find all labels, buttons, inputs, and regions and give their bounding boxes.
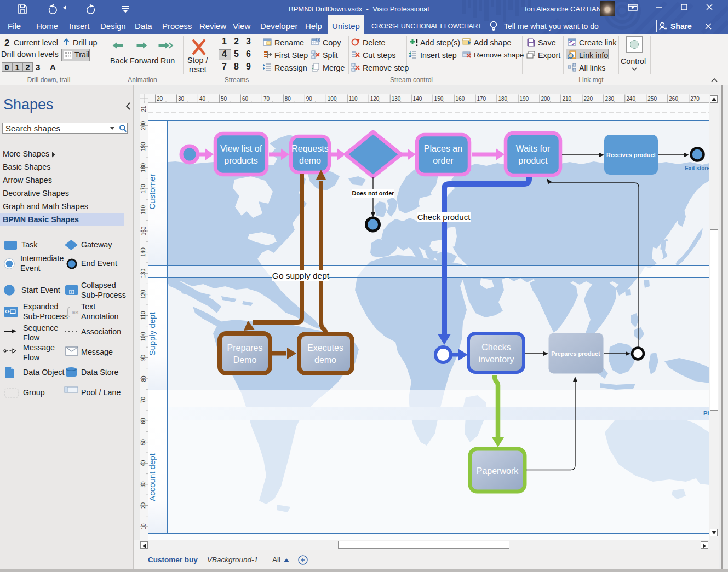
- svg-text:180: 180: [498, 96, 508, 102]
- svg-text:Prepares product: Prepares product: [551, 350, 600, 357]
- svg-text:200: 200: [141, 120, 147, 130]
- svg-text:110: 110: [141, 311, 147, 320]
- svg-text:Go supply dept: Go supply dept: [272, 271, 330, 280]
- svg-text:Check product: Check product: [417, 212, 471, 222]
- svg-text:Prepares: Prepares: [227, 343, 263, 353]
- svg-text:140: 140: [141, 247, 147, 257]
- svg-text:60: 60: [242, 96, 249, 102]
- svg-text:190: 190: [520, 96, 529, 102]
- svg-text:20: 20: [157, 96, 163, 102]
- svg-text:21: 21: [141, 106, 147, 112]
- svg-text:210: 210: [562, 96, 571, 102]
- svg-text:Customer: Customer: [147, 174, 157, 209]
- svg-text:190: 190: [141, 142, 147, 151]
- svg-text:90: 90: [141, 354, 147, 361]
- svg-text:Requests: Requests: [291, 144, 329, 153]
- svg-text:50: 50: [141, 439, 147, 446]
- svg-text:Receives product: Receives product: [606, 152, 656, 158]
- svg-text:130: 130: [392, 96, 401, 102]
- svg-text:products: products: [224, 156, 257, 165]
- svg-text:230: 230: [605, 96, 614, 102]
- svg-text:60: 60: [141, 418, 147, 424]
- svg-text:product: product: [518, 156, 548, 165]
- svg-text:70: 70: [263, 96, 270, 102]
- svg-text:170: 170: [141, 184, 147, 193]
- svg-text:150: 150: [141, 226, 147, 235]
- svg-text:80: 80: [141, 375, 147, 382]
- svg-text:130: 130: [141, 268, 147, 278]
- svg-text:40: 40: [141, 460, 147, 466]
- svg-text:70: 70: [141, 397, 147, 403]
- svg-text:Places an: Places an: [424, 144, 462, 153]
- svg-text:100: 100: [141, 332, 147, 341]
- svg-text:180: 180: [141, 163, 147, 172]
- svg-text:10: 10: [141, 523, 147, 530]
- svg-text:160: 160: [456, 96, 465, 102]
- svg-text:150: 150: [434, 96, 444, 102]
- svg-text:inventory: inventory: [479, 355, 514, 364]
- svg-text:Checks: Checks: [481, 343, 511, 352]
- svg-text:200: 200: [541, 96, 551, 102]
- svg-text:120: 120: [370, 96, 380, 102]
- svg-text:90: 90: [306, 96, 313, 102]
- svg-text:250: 250: [647, 96, 657, 102]
- svg-text:100: 100: [328, 96, 337, 102]
- svg-text:Waits for: Waits for: [516, 144, 551, 153]
- svg-text:30: 30: [141, 481, 147, 488]
- svg-text:110: 110: [349, 96, 358, 102]
- svg-text:Text: Text: [71, 310, 78, 314]
- svg-text:30: 30: [178, 96, 185, 102]
- svg-text:160: 160: [141, 205, 147, 215]
- svg-text:Account dept: Account dept: [147, 453, 157, 501]
- svg-text:demo: demo: [299, 156, 321, 165]
- svg-text:240: 240: [626, 96, 635, 102]
- svg-text:20: 20: [141, 502, 147, 509]
- svg-text:120: 120: [141, 290, 147, 299]
- svg-text:View list of: View list of: [220, 144, 262, 153]
- svg-text:270: 270: [690, 96, 700, 102]
- svg-text:Exit store: Exit store: [685, 165, 710, 171]
- svg-text:220: 220: [583, 96, 593, 102]
- svg-text:Paperwork: Paperwork: [477, 466, 519, 476]
- svg-text:260: 260: [669, 96, 678, 102]
- svg-text:Supply dept: Supply dept: [147, 312, 157, 356]
- svg-text:140: 140: [413, 96, 422, 102]
- svg-text:Executes: Executes: [307, 343, 343, 353]
- svg-text:40: 40: [199, 96, 206, 102]
- svg-text:Demo: Demo: [233, 355, 257, 365]
- svg-text:170: 170: [477, 96, 486, 102]
- svg-text:order: order: [433, 156, 454, 165]
- svg-text:50: 50: [221, 96, 227, 102]
- svg-text:demo: demo: [314, 355, 336, 365]
- svg-text:Does not order: Does not order: [352, 190, 395, 197]
- svg-text:80: 80: [285, 96, 291, 102]
